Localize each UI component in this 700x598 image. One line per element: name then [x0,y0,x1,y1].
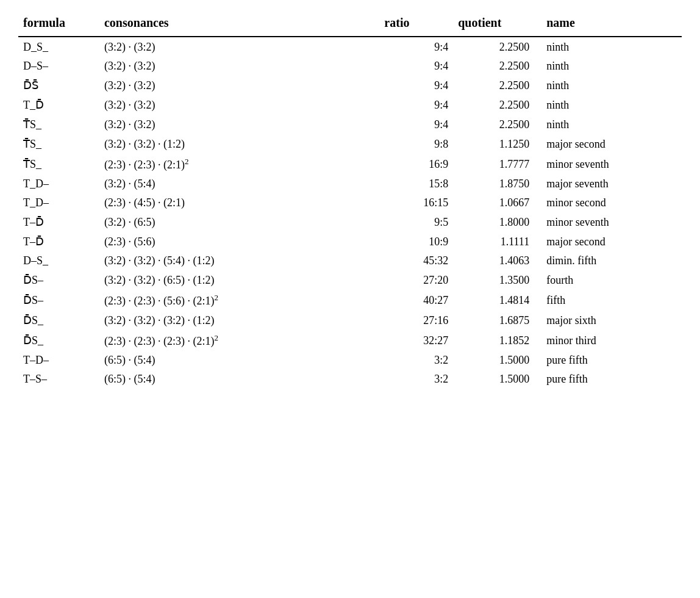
header-consonances: consonances [99,12,379,37]
cell-name: ninth [534,57,682,76]
cell-quotient: 1.1111 [453,232,534,251]
cell-quotient: 1.5000 [453,370,534,389]
cell-ratio: 9:4 [379,76,453,95]
table-row: D_S_(3:2) · (3:2)9:42.2500ninth [18,38,682,57]
cell-consonances: (2:3) · (5:6) [99,232,379,251]
cell-consonances: (3:2) · (3:2) · (1:2) [99,134,379,154]
cell-quotient: 1.6875 [453,311,534,330]
cell-quotient: 1.4063 [453,251,534,270]
table-row: D̄S–(2:3) · (2:3) · (5:6) · (2:1)240:271… [18,290,682,311]
cell-name: pure fifth [534,370,682,389]
cell-consonances: (3:2) · (6:5) [99,212,379,232]
cell-formula: T_D– [18,175,99,193]
cell-name: major seventh [534,175,682,193]
cell-formula: T–D̄ [18,212,99,232]
main-table: formula consonances ratio quotient name … [18,12,682,389]
cell-name: ninth [534,76,682,95]
cell-quotient: 1.0667 [453,193,534,212]
cell-formula: D̄S_ [18,330,99,351]
cell-consonances: (6:5) · (5:4) [99,370,379,389]
table-row: T–S–(6:5) · (5:4)3:21.5000pure fifth [18,370,682,389]
cell-name: minor seventh [534,154,682,175]
table-row: D̄S̄(3:2) · (3:2)9:42.2500ninth [18,76,682,95]
cell-formula: T̄S_ [18,154,99,175]
cell-consonances: (2:3) · (2:3) · (5:6) · (2:1)2 [99,290,379,311]
header-ratio: ratio [379,12,453,37]
header-quotient: quotient [453,12,534,37]
cell-formula: D–S– [18,57,99,76]
cell-formula: T–S– [18,370,99,389]
cell-consonances: (3:2) · (3:2) [99,76,379,95]
table-row: T̄S_(3:2) · (3:2) · (1:2)9:81.1250major … [18,134,682,154]
cell-ratio: 40:27 [379,290,453,311]
table-row: T_D̄(3:2) · (3:2)9:42.2500ninth [18,95,682,115]
table-row: T_D–(3:2) · (5:4)15:81.8750major seventh [18,175,682,193]
cell-formula: T_D̄ [18,95,99,115]
cell-ratio: 16:15 [379,193,453,212]
cell-ratio: 3:2 [379,351,453,370]
cell-ratio: 9:4 [379,57,453,76]
cell-name: dimin. fifth [534,251,682,270]
cell-name: major second [534,232,682,251]
table-row: D–S_(3:2) · (3:2) · (5:4) · (1:2)45:321.… [18,251,682,270]
cell-ratio: 9:5 [379,212,453,232]
cell-formula: D̄S_ [18,311,99,330]
cell-name: ninth [534,95,682,115]
header-name: name [534,12,682,37]
cell-ratio: 32:27 [379,330,453,351]
cell-formula: T̄S_ [18,134,99,154]
cell-consonances: (3:2) · (3:2) · (5:4) · (1:2) [99,251,379,270]
cell-quotient: 1.5000 [453,351,534,370]
cell-quotient: 1.7777 [453,154,534,175]
cell-ratio: 16:9 [379,154,453,175]
cell-ratio: 3:2 [379,370,453,389]
cell-consonances: (3:2) · (3:2) [99,38,379,57]
cell-name: fifth [534,290,682,311]
table-row: T̄S_(2:3) · (2:3) · (2:1)216:91.7777mino… [18,154,682,175]
cell-formula: D̄S̄ [18,76,99,95]
cell-consonances: (2:3) · (2:3) · (2:1)2 [99,154,379,175]
cell-quotient: 1.3500 [453,270,534,290]
cell-consonances: (3:2) · (3:2) [99,95,379,115]
header-row: formula consonances ratio quotient name [18,12,682,37]
cell-consonances: (2:3) · (4:5) · (2:1) [99,193,379,212]
cell-quotient: 1.1852 [453,330,534,351]
table-row: D̄S_(3:2) · (3:2) · (3:2) · (1:2)27:161.… [18,311,682,330]
cell-formula: T–D̄ [18,232,99,251]
cell-quotient: 2.2500 [453,57,534,76]
cell-name: minor third [534,330,682,351]
cell-consonances: (3:2) · (3:2) · (6:5) · (1:2) [99,270,379,290]
table-row: T–D̄(2:3) · (5:6)10:91.1111major second [18,232,682,251]
cell-quotient: 2.2500 [453,76,534,95]
cell-name: major sixth [534,311,682,330]
cell-name: minor second [534,193,682,212]
cell-ratio: 15:8 [379,175,453,193]
cell-quotient: 2.2500 [453,115,534,134]
cell-consonances: (6:5) · (5:4) [99,351,379,370]
header-formula: formula [18,12,99,37]
cell-formula: D–S_ [18,251,99,270]
cell-formula: D̄S– [18,290,99,311]
cell-formula: T–D– [18,351,99,370]
cell-name: minor seventh [534,212,682,232]
cell-quotient: 1.8750 [453,175,534,193]
cell-formula: T_D– [18,193,99,212]
cell-formula: D_S_ [18,38,99,57]
cell-consonances: (3:2) · (3:2) [99,57,379,76]
cell-ratio: 9:4 [379,38,453,57]
table-row: T–D̄(3:2) · (6:5)9:51.8000minor seventh [18,212,682,232]
cell-ratio: 27:16 [379,311,453,330]
table-row: D̄S_(2:3) · (2:3) · (2:3) · (2:1)232:271… [18,330,682,351]
table-row: D̄S–(3:2) · (3:2) · (6:5) · (1:2)27:201.… [18,270,682,290]
cell-quotient: 2.2500 [453,95,534,115]
cell-name: ninth [534,38,682,57]
table-row: T–D–(6:5) · (5:4)3:21.5000pure fifth [18,351,682,370]
cell-name: fourth [534,270,682,290]
cell-ratio: 9:4 [379,115,453,134]
cell-name: major second [534,134,682,154]
cell-quotient: 1.8000 [453,212,534,232]
cell-ratio: 10:9 [379,232,453,251]
cell-name: ninth [534,115,682,134]
cell-consonances: (3:2) · (3:2) [99,115,379,134]
cell-quotient: 2.2500 [453,38,534,57]
